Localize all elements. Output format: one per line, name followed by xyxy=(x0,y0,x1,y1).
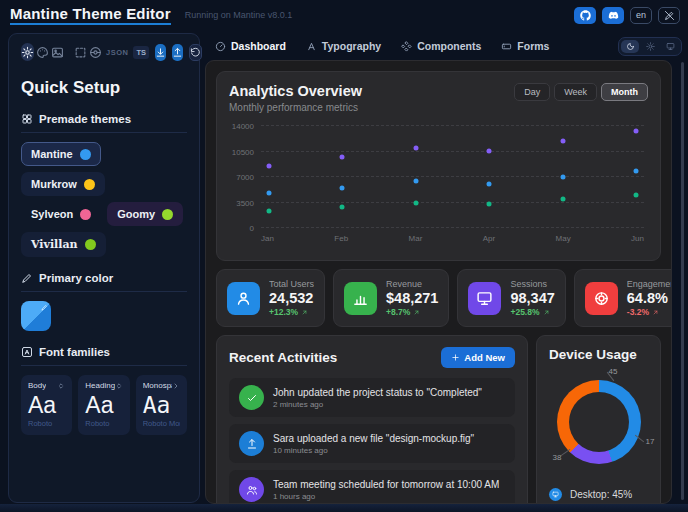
preview-panel: Analytics Overview Monthly performance m… xyxy=(205,60,672,504)
donut-value-label: 17 xyxy=(646,437,655,446)
data-point-series-violet xyxy=(413,145,418,150)
font-box-icon xyxy=(21,346,33,358)
palette-tool-button[interactable] xyxy=(36,43,49,61)
theme-chip-sylveon[interactable]: Sylveon xyxy=(21,202,101,226)
check-icon xyxy=(239,385,264,410)
theme-chip-vivillan[interactable]: Vivillan xyxy=(21,232,106,257)
range-button-day[interactable]: Day xyxy=(514,83,550,101)
font-card-list: Body Aa RobotoHeadings Aa RobotoMonospac… xyxy=(21,375,187,435)
x-tick-label: Jan xyxy=(261,234,274,243)
scheme-moon-button[interactable] xyxy=(621,40,639,53)
font-name: Roboto xyxy=(85,419,122,428)
bar-chart-icon xyxy=(344,282,377,315)
data-point-series-green xyxy=(560,197,565,202)
tab-typography[interactable]: Typography xyxy=(297,36,390,56)
gridline: 10500 xyxy=(261,151,644,152)
arrow-up-right-icon xyxy=(413,309,420,316)
theme-color-dot xyxy=(80,209,91,220)
scheme-monitor-button[interactable] xyxy=(661,40,679,53)
app-title: Mantine Theme Editor xyxy=(10,5,171,25)
tab-components[interactable]: Components xyxy=(392,36,490,56)
gear-icon xyxy=(21,46,34,59)
range-button-week[interactable]: Week xyxy=(554,83,597,101)
section-divider xyxy=(21,132,187,133)
pokeball-tool-button[interactable] xyxy=(89,43,102,61)
scrollbar[interactable] xyxy=(681,62,684,500)
primary-color-section-header: Primary color xyxy=(21,272,187,284)
settings-tool-button[interactable] xyxy=(21,43,34,61)
themes-section-header: Premade themes xyxy=(21,113,187,125)
primary-color-swatch[interactable] xyxy=(21,301,51,331)
theme-color-dot xyxy=(80,149,91,160)
x-tick-label: Jun xyxy=(631,234,644,243)
activity-item: Sara uploaded a new file "design-mockup.… xyxy=(229,424,515,463)
theme-chip-mantine[interactable]: Mantine xyxy=(21,142,101,166)
font-card-monospace[interactable]: Monospace Aa Roboto Mono xyxy=(136,375,187,435)
section-divider xyxy=(21,291,187,292)
range-button-month[interactable]: Month xyxy=(601,83,648,101)
x-tick-label: Feb xyxy=(334,234,348,243)
frame-icon xyxy=(74,46,87,59)
analytics-subtitle: Monthly performance metrics xyxy=(229,102,362,113)
y-tick-label: 14000 xyxy=(232,122,254,131)
primary-color-label: Primary color xyxy=(39,272,113,284)
stat-delta: +12.3% xyxy=(269,307,314,317)
data-point-series-violet xyxy=(487,149,492,154)
device-legend: Desktop: 45% xyxy=(549,488,648,504)
font-card-headings[interactable]: Headings Aa Roboto xyxy=(78,375,129,435)
theme-chip-murkrow[interactable]: Murkrow xyxy=(21,172,105,196)
download-button[interactable] xyxy=(155,44,166,61)
letter-a-icon xyxy=(306,41,317,52)
scatter-chart: 0350070001050014000 JanFebMarAprMayJun xyxy=(261,125,644,243)
frame-tool-button[interactable] xyxy=(74,43,87,61)
tab-forms[interactable]: Forms xyxy=(492,36,558,56)
stat-card-sessions: Sessions 98,347 +25.8% xyxy=(457,269,565,327)
data-point-series-green xyxy=(413,200,418,205)
moon-icon xyxy=(626,42,635,51)
pokeball-icon xyxy=(89,46,102,59)
header-actions: en xyxy=(574,7,680,24)
monitor-icon xyxy=(666,42,675,51)
range-button-group: DayWeekMonth xyxy=(514,83,648,101)
github-button[interactable] xyxy=(574,7,596,24)
palette-icon xyxy=(36,46,49,59)
theme-chip-goomy[interactable]: Goomy xyxy=(107,202,183,226)
stat-card-revenue: Revenue $48,271 +8.7% xyxy=(333,269,449,327)
stat-value: $48,271 xyxy=(386,290,438,306)
app-subtitle: Running on Mantine v8.0.1 xyxy=(185,10,293,20)
data-point-series-blue xyxy=(413,179,418,184)
font-sample: Aa xyxy=(28,392,65,418)
reset-button[interactable] xyxy=(189,44,202,61)
font-sample: Aa xyxy=(85,392,122,418)
stat-label: Revenue xyxy=(386,279,438,289)
stat-label: Sessions xyxy=(510,279,554,289)
theme-chip-list: MantineMurkrowSylveonGoomyVivillan xyxy=(21,142,187,257)
activity-time: 10 minutes ago xyxy=(273,446,474,455)
stat-value: 98,347 xyxy=(510,290,554,306)
language-button[interactable]: en xyxy=(630,7,652,24)
edit-toggle-button[interactable] xyxy=(658,7,680,24)
legend-label: Desktop: 45% xyxy=(570,489,632,500)
x-tick-label: Mar xyxy=(409,234,423,243)
activity-list: John updated the project status to "Comp… xyxy=(229,378,515,504)
stat-delta: +25.8% xyxy=(510,307,554,317)
add-new-button[interactable]: Add New xyxy=(441,347,515,368)
tab-dashboard[interactable]: Dashboard xyxy=(206,36,295,56)
donut-ring xyxy=(557,380,641,464)
fonts-section-label: Font families xyxy=(39,346,110,358)
discord-button[interactable] xyxy=(602,7,624,24)
x-tick-label: May xyxy=(556,234,571,243)
image-icon xyxy=(51,46,64,59)
font-card-body[interactable]: Body Aa Roboto xyxy=(21,375,72,435)
gridline: 3500 xyxy=(261,202,644,203)
upload-button[interactable] xyxy=(172,44,183,61)
image-tool-button[interactable] xyxy=(51,43,64,61)
discord-icon xyxy=(608,10,619,21)
ts-badge[interactable]: TS xyxy=(133,46,149,59)
scheme-sun-button[interactable] xyxy=(641,40,659,53)
stat-card-total-users: Total Users 24,532 +12.3% xyxy=(216,269,325,327)
theme-color-dot xyxy=(84,179,95,190)
data-point-series-blue xyxy=(340,185,345,190)
gridline: 0 xyxy=(261,227,644,228)
y-tick-label: 0 xyxy=(250,224,254,233)
